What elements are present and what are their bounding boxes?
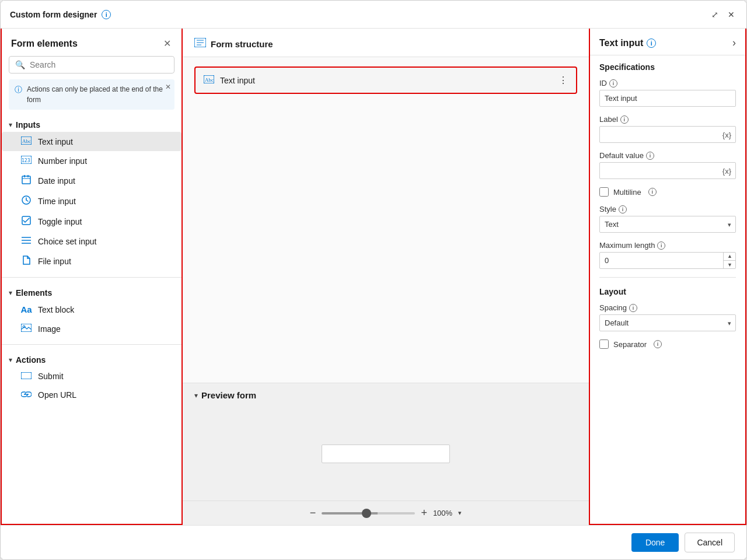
sidebar-item-number-input[interactable]: 123 Number input (2, 151, 181, 170)
label-label: Label i (599, 115, 736, 124)
right-panel-info-icon[interactable]: i (647, 38, 656, 48)
right-panel-header: Text input i › (590, 29, 745, 55)
inputs-section-header[interactable]: ▾ Inputs (2, 116, 181, 132)
form-structure-icon (194, 38, 206, 50)
preview-header-label: Preview form (201, 390, 256, 400)
close-window-button[interactable]: ✕ (725, 8, 737, 22)
elements-section-header[interactable]: ▾ Elements (2, 284, 181, 300)
info-icon[interactable]: i (102, 10, 111, 19)
preview-header[interactable]: ▾ Preview form (183, 383, 589, 407)
max-length-increment-button[interactable]: ▲ (724, 252, 736, 261)
sidebar-item-image[interactable]: Image (2, 319, 181, 338)
default-value-label: Default value i (599, 151, 736, 160)
info-banner-close-button[interactable]: ✕ (165, 83, 171, 91)
preview-body (183, 407, 589, 501)
choice-set-input-label: Choice set input (38, 237, 96, 246)
sidebar-item-open-url[interactable]: Open URL (2, 386, 181, 404)
form-structure-title: Form structure (211, 39, 273, 49)
default-value-input[interactable] (599, 162, 736, 179)
style-info-icon[interactable]: i (619, 205, 627, 214)
max-length-decrement-button[interactable]: ▼ (724, 261, 736, 269)
max-length-arrows: ▲ ▼ (723, 252, 736, 269)
actions-section-header[interactable]: ▾ Actions (2, 351, 181, 367)
info-banner-text: Actions can only be placed at the end of… (27, 84, 169, 105)
svg-rect-17 (21, 372, 32, 379)
multiline-field-group: Multiline i (599, 187, 736, 197)
left-panel-header: Form elements ✕ (2, 29, 181, 56)
center-panel: Form structure Abc Text input ⋮ ▾ (183, 29, 589, 525)
sidebar-item-file-input[interactable]: File input (2, 251, 181, 271)
multiline-checkbox[interactable] (599, 187, 609, 197)
sidebar-item-text-input[interactable]: Abc Text input (2, 132, 181, 151)
right-panel: Text input i › Specifications ID i (589, 29, 746, 525)
label-input[interactable] (599, 126, 736, 143)
form-item-menu-button[interactable]: ⋮ (558, 75, 568, 86)
preview-section: ▾ Preview form − + 100% ▾ (183, 383, 589, 525)
max-length-info-icon[interactable]: i (657, 242, 665, 250)
style-field-group: Style i Text Tel Email URL Password ▾ (599, 205, 736, 233)
form-item-text-input[interactable]: Abc Text input ⋮ (194, 66, 577, 94)
toggle-input-label: Toggle input (38, 217, 82, 226)
spacing-info-icon[interactable]: i (629, 304, 637, 312)
separator-checkbox-row: Separator i (599, 340, 736, 349)
right-panel-scroll: Specifications ID i Label i (590, 55, 745, 524)
left-panel-title: Form elements (11, 38, 78, 49)
style-select[interactable]: Text Tel Email URL Password (599, 216, 736, 233)
toggle-input-icon (20, 216, 32, 227)
right-panel-nav-button[interactable]: › (732, 37, 736, 49)
zoom-in-button[interactable]: + (421, 507, 427, 519)
zoom-dropdown-icon[interactable]: ▾ (458, 509, 462, 517)
separator-label[interactable]: Separator (613, 340, 647, 349)
sidebar-item-text-block[interactable]: Aa Text block (2, 300, 181, 319)
separator-info-icon[interactable]: i (654, 340, 662, 348)
style-select-wrapper: Text Tel Email URL Password ▾ (599, 216, 736, 233)
info-banner-icon: ⓘ (15, 85, 22, 95)
spacing-field-group: Spacing i Default None Small Medium Larg… (599, 303, 736, 331)
main-content: Form elements ✕ 🔍 ⓘ Actions can only be … (1, 29, 746, 525)
sidebar-item-time-input[interactable]: Time input (2, 191, 181, 211)
multiline-label[interactable]: Multiline (613, 188, 641, 197)
spacing-label: Spacing i (599, 303, 736, 312)
minimize-button[interactable]: ⤢ (709, 8, 721, 22)
sidebar-item-toggle-input[interactable]: Toggle input (2, 211, 181, 232)
spacing-select[interactable]: Default None Small Medium Large ExtraLar… (599, 314, 736, 331)
id-info-icon[interactable]: i (609, 79, 617, 88)
actions-chevron-icon: ▾ (9, 356, 12, 364)
zoom-slider[interactable] (322, 512, 415, 514)
sidebar-item-submit[interactable]: Submit (2, 367, 181, 386)
label-input-wrapper: {x} (599, 126, 736, 143)
svg-rect-4 (22, 176, 30, 184)
inputs-chevron-icon: ▾ (9, 121, 12, 129)
number-input-icon: 123 (20, 156, 32, 166)
elements-section-label: Elements (16, 288, 52, 298)
sidebar-item-choice-set-input[interactable]: Choice set input (2, 232, 181, 251)
multiline-info-icon[interactable]: i (648, 188, 657, 196)
sidebar-item-date-input[interactable]: Date input (2, 170, 181, 191)
image-icon (20, 324, 32, 334)
window-title: Custom form designer (10, 10, 97, 19)
left-panel-scroll: ▾ Inputs Abc Text input 123 Number input (2, 116, 181, 524)
time-input-label: Time input (38, 197, 76, 206)
title-bar-actions: ⤢ ✕ (709, 8, 737, 22)
search-input[interactable] (30, 60, 168, 69)
id-label: ID i (599, 79, 736, 88)
specifications-title: Specifications (599, 62, 736, 72)
default-value-info-icon[interactable]: i (646, 152, 654, 160)
text-input-icon: Abc (20, 136, 32, 146)
id-input[interactable] (599, 90, 736, 107)
zoom-out-button[interactable]: − (310, 507, 316, 519)
cancel-button[interactable]: Cancel (685, 533, 735, 552)
submit-label: Submit (38, 372, 64, 381)
image-label: Image (38, 324, 61, 334)
label-info-icon[interactable]: i (620, 116, 629, 124)
done-button[interactable]: Done (631, 533, 679, 552)
svg-text:Abc: Abc (205, 77, 214, 83)
zoom-bar: − + 100% ▾ (183, 501, 589, 525)
left-panel-close-button[interactable]: ✕ (162, 37, 172, 50)
footer: Done Cancel (1, 525, 746, 559)
form-structure-body: Abc Text input ⋮ (183, 57, 589, 383)
multiline-checkbox-row: Multiline i (599, 187, 736, 197)
separator-checkbox[interactable] (599, 340, 609, 349)
max-length-input[interactable] (599, 252, 736, 269)
layout-section-title: Layout (599, 287, 736, 296)
